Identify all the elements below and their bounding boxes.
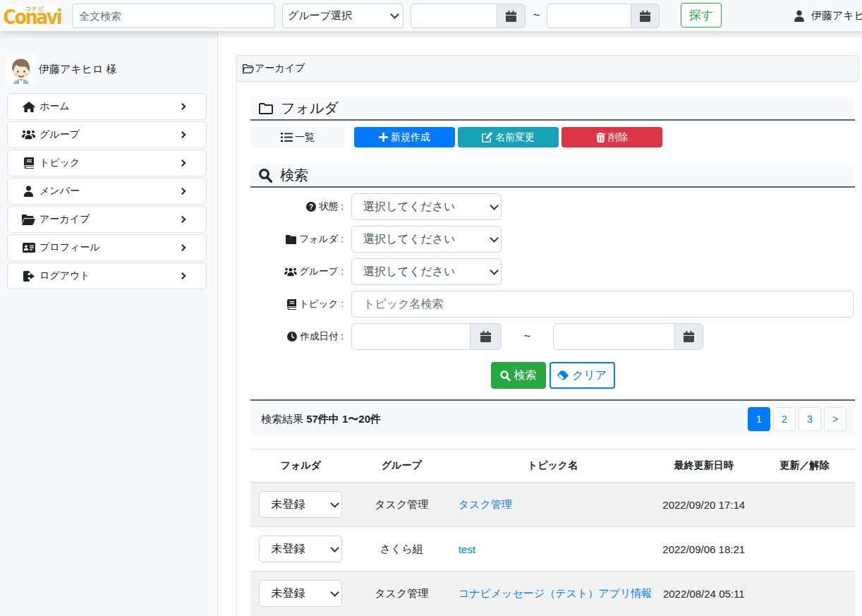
sidebar-item-logout[interactable]: ログアウト <box>7 262 207 289</box>
delete-button-label: 削除 <box>608 131 628 144</box>
list-icon <box>281 133 293 142</box>
users-icon <box>22 130 35 140</box>
top-header: コナビ Conavi グループ選択 ~ 探す 伊藤アキヒロ <box>0 0 862 31</box>
sidebar-item-group[interactable]: グループ <box>7 121 207 148</box>
group-select[interactable]: グループ選択 <box>282 4 403 28</box>
table-row: 未登録 タスク管理 コナビメッセージ（テスト）アプリ情報 2022/08/24 … <box>250 572 855 616</box>
find-button[interactable]: 探す <box>681 3 722 28</box>
row-folder-select[interactable]: 未登録 <box>259 491 342 518</box>
select-value: 選択してください <box>363 265 455 279</box>
results-summary-bar: 検索結果 57件中 1〜20件 1 2 3 > <box>250 403 855 436</box>
created-date-from-calendar-button[interactable] <box>471 323 502 350</box>
folder-section-title: フォルダ <box>281 99 339 118</box>
date-range-separator: ~ <box>502 330 553 344</box>
row-folder-select[interactable]: 未登録 <box>259 536 342 562</box>
page-button-3[interactable]: 3 <box>799 407 821 431</box>
header-date-from-group <box>411 4 526 28</box>
chevron-right-icon <box>179 159 186 167</box>
chevron-right <box>180 246 185 250</box>
results-table: フォルダ グループ トピック名 最終更新日時 更新／解除 未登録 <box>250 449 855 616</box>
search-button[interactable]: 検索 <box>491 362 546 389</box>
search-section-header: 検索 <box>250 164 855 188</box>
fulltext-search-input[interactable] <box>72 4 275 28</box>
header-date-to-calendar-button[interactable] <box>631 4 660 28</box>
header-date-from-input[interactable] <box>411 4 497 28</box>
folder-select[interactable]: 選択してください <box>351 226 502 253</box>
topic-link[interactable]: タスク管理 <box>459 498 512 510</box>
row-action <box>754 527 855 572</box>
chevron-down-icon <box>490 234 499 243</box>
row-folder-select-value: 未登録 <box>271 586 305 601</box>
chevron-down-icon <box>490 201 499 210</box>
sidebar-item-home[interactable]: ホーム <box>7 93 207 120</box>
header-date-to-group <box>547 4 660 28</box>
sidebar-user: 伊藤アキヒロ 様 <box>7 54 117 84</box>
folder-toolbar: 一覧 新規作成 名前変更 削除 <box>250 127 856 147</box>
created-date-from-group <box>351 323 502 350</box>
sidebar-item-label: メンバー <box>40 185 80 198</box>
delete-button[interactable]: 削除 <box>561 127 662 147</box>
created-date-to-input[interactable] <box>553 323 675 350</box>
edit-icon <box>482 132 492 143</box>
rename-button[interactable]: 名前変更 <box>458 127 559 147</box>
sidebar-item-label: アーカイブ <box>40 213 90 226</box>
row-updated: 2022/08/24 05:11 <box>653 572 754 616</box>
book-icon <box>24 157 34 169</box>
results-divider <box>250 399 855 401</box>
folder-label-text: フォルダ : <box>299 233 344 246</box>
chevron-right-icon <box>179 216 186 223</box>
header-date-from-calendar-button[interactable] <box>497 4 526 28</box>
trash-icon <box>596 133 605 143</box>
clock-icon <box>287 332 297 342</box>
folder-section-header: フォルダ <box>250 97 855 121</box>
row-action <box>754 572 855 616</box>
create-button[interactable]: 新規作成 <box>354 127 455 147</box>
chevron-right <box>180 133 185 138</box>
chevron-down-icon <box>490 266 499 275</box>
row-updated: 2022/09/06 18:21 <box>653 527 754 572</box>
group-field-select[interactable]: 選択してください <box>351 258 502 285</box>
search-section-title: 検索 <box>280 166 308 185</box>
brand-logo-text: Conavi <box>4 7 61 27</box>
results-header-row: フォルダ グループ トピック名 最終更新日時 更新／解除 <box>250 449 855 483</box>
results-summary-count: 57件中 1〜20件 <box>306 413 381 425</box>
created-date-from-input[interactable] <box>351 323 471 350</box>
page-button-1[interactable]: 1 <box>748 407 770 431</box>
created-date-to-calendar-button[interactable] <box>675 323 703 350</box>
sidebar-menu: ホーム グループ トピック メンバー アーカイブ プロフィール <box>7 93 207 291</box>
plus-icon <box>379 133 388 142</box>
sidebar-item-label: グループ <box>40 128 80 141</box>
sidebar-item-topic[interactable]: トピック <box>7 150 207 176</box>
folder-label: フォルダ : <box>250 233 351 246</box>
status-select[interactable]: 選択してください <box>351 193 502 220</box>
sidebar-item-archive[interactable]: アーカイブ <box>7 206 207 233</box>
pagination: 1 2 3 > <box>748 407 846 431</box>
form-actions: 検索 クリア <box>250 362 855 389</box>
person-icon <box>794 10 805 22</box>
list-tab[interactable]: 一覧 <box>250 127 345 147</box>
calendar-icon <box>684 331 694 342</box>
topic-search-input[interactable] <box>351 291 854 318</box>
header-user[interactable]: 伊藤アキヒロ <box>794 0 862 31</box>
sidebar-item-member[interactable]: メンバー <box>7 178 207 205</box>
main-area: アーカイブ フォルダ 一覧 新規作成 名前変更 <box>219 31 862 616</box>
brand-logo[interactable]: コナビ Conavi <box>4 4 60 27</box>
clear-button[interactable]: クリア <box>550 362 615 389</box>
topic-link[interactable]: コナビメッセージ（テスト）アプリ情報 <box>459 587 652 599</box>
id-card-icon <box>23 243 35 253</box>
folder-outline-icon <box>259 103 273 114</box>
chevron-right-icon <box>179 188 186 195</box>
folder-open-outline-icon <box>243 64 254 73</box>
page-button-next[interactable]: > <box>824 407 846 431</box>
row-folder-select[interactable]: 未登録 <box>259 580 342 607</box>
header-date-to-input[interactable] <box>547 4 631 28</box>
topic-link[interactable]: test <box>459 543 475 555</box>
table-row: 未登録 さくら組 test 2022/09/06 18:21 <box>250 527 855 572</box>
sidebar: 伊藤アキヒロ 様 ホーム グループ トピック メンバー アーカイブ <box>0 31 218 616</box>
status-label: ? 状態 : <box>250 200 351 213</box>
col-topic: トピック名 <box>452 449 654 483</box>
page-button-2[interactable]: 2 <box>773 407 796 431</box>
sidebar-item-profile[interactable]: プロフィール <box>7 234 207 261</box>
chevron-right <box>180 217 185 222</box>
topic-field-row: トピック : <box>250 291 856 318</box>
